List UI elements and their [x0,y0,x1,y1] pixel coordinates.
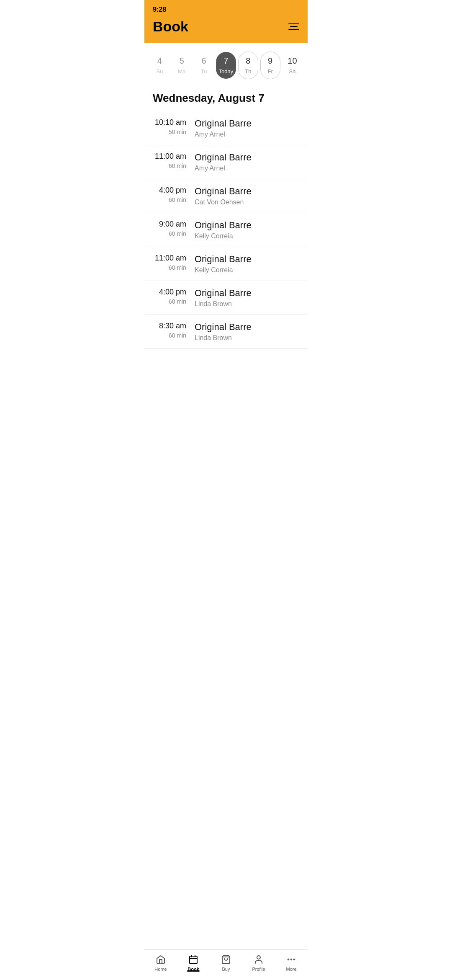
class-time-block: 9:00 am60 min [153,220,195,237]
class-instructor: Kelly Correia [195,266,299,274]
class-name: Original Barre [195,288,299,299]
class-item[interactable]: 4:00 pm60 minOriginal BarreCat Von Oehse… [144,179,308,213]
class-instructor: Linda Brown [195,334,299,342]
day-number: 9 [268,56,272,66]
filter-button[interactable] [288,23,299,30]
class-instructor: Cat Von Oehsen [195,199,299,206]
filter-icon-line3 [288,29,299,30]
class-info: Original BarreKelly Correia [195,254,299,274]
class-name: Original Barre [195,254,299,265]
class-item[interactable]: 9:00 am60 minOriginal BarreKelly Correia [144,213,308,247]
calendar-day-4[interactable]: 4Su [149,52,170,79]
calendar-day-8[interactable]: 8Th [238,52,258,79]
class-instructor: Linda Brown [195,300,299,308]
class-time-duration: 60 min [153,332,186,339]
status-time: 9:28 [153,6,166,13]
class-time-duration: 60 min [153,162,186,169]
date-heading-text: Wednesday, August 7 [153,92,265,104]
class-item[interactable]: 4:00 pm60 minOriginal BarreLinda Brown [144,281,308,315]
class-info: Original BarreAmy Arnel [195,152,299,172]
filter-icon-line1 [288,23,299,25]
class-time-block: 11:00 am60 min [153,254,195,271]
calendar-day-6[interactable]: 6Tu [194,52,214,79]
day-label: Tu [201,68,207,75]
day-number: 7 [223,56,228,66]
page-title: Book [153,18,188,35]
class-name: Original Barre [195,118,299,129]
calendar-strip: 4Su5Mo6Tu7Today8Th9Fr10Sa [144,43,308,83]
class-instructor: Kelly Correia [195,232,299,240]
day-label: Fr [268,68,273,75]
day-number: 10 [288,56,297,66]
class-time-duration: 60 min [153,196,186,203]
class-instructor: Amy Arnel [195,131,299,138]
class-time-main: 8:30 am [153,322,186,330]
class-name: Original Barre [195,152,299,163]
class-time-duration: 50 min [153,129,186,135]
classes-list: 10:10 am50 minOriginal BarreAmy Arnel11:… [144,111,308,391]
class-name: Original Barre [195,322,299,333]
class-time-block: 10:10 am50 min [153,118,195,135]
class-time-main: 4:00 pm [153,288,186,297]
header: Book [144,17,308,43]
class-time-main: 11:00 am [153,152,186,161]
calendar-day-10[interactable]: 10Sa [282,52,302,79]
class-time-main: 4:00 pm [153,186,186,195]
day-label: Sa [289,68,296,75]
class-time-main: 10:10 am [153,118,186,127]
class-time-block: 11:00 am60 min [153,152,195,169]
class-time-duration: 60 min [153,298,186,305]
class-time-duration: 60 min [153,264,186,271]
class-info: Original BarreKelly Correia [195,220,299,240]
status-bar: 9:28 [144,0,308,17]
class-instructor: Amy Arnel [195,165,299,172]
class-time-block: 4:00 pm60 min [153,186,195,203]
day-number: 4 [157,56,162,66]
filter-icon-line2 [290,26,298,27]
class-time-block: 8:30 am60 min [153,322,195,339]
class-item[interactable]: 11:00 am60 minOriginal BarreKelly Correi… [144,247,308,281]
class-time-block: 4:00 pm60 min [153,288,195,305]
class-name: Original Barre [195,186,299,197]
day-number: 8 [246,56,250,66]
day-label: Mo [178,68,185,75]
class-item[interactable]: 8:30 am60 minOriginal BarreLinda Brown [144,315,308,349]
day-label: Today [219,68,234,75]
calendar-day-7[interactable]: 7Today [216,52,236,79]
class-item[interactable]: 11:00 am60 minOriginal BarreAmy Arnel [144,145,308,179]
class-item[interactable]: 10:10 am50 minOriginal BarreAmy Arnel [144,111,308,145]
class-info: Original BarreLinda Brown [195,322,299,342]
class-info: Original BarreAmy Arnel [195,118,299,138]
day-label: Su [156,68,163,75]
class-info: Original BarreLinda Brown [195,288,299,308]
calendar-day-9[interactable]: 9Fr [260,52,280,79]
class-time-main: 9:00 am [153,220,186,229]
class-time-duration: 60 min [153,230,186,237]
day-number: 6 [202,56,206,66]
date-heading: Wednesday, August 7 [144,83,308,111]
class-name: Original Barre [195,220,299,231]
class-time-main: 11:00 am [153,254,186,263]
day-label: Th [245,68,251,75]
class-info: Original BarreCat Von Oehsen [195,186,299,206]
calendar-day-5[interactable]: 5Mo [172,52,192,79]
day-number: 5 [180,56,184,66]
